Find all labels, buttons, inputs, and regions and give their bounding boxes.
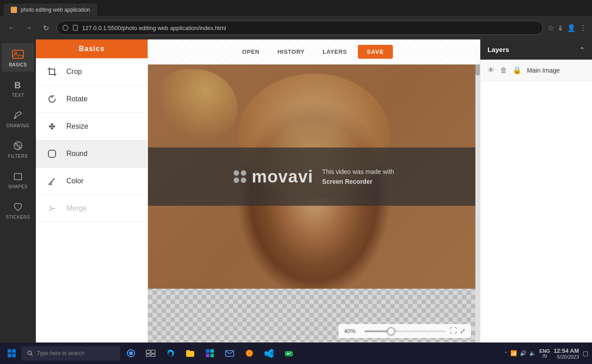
merge-label: Merge: [66, 204, 87, 212]
svg-text:B: B: [14, 80, 21, 90]
svg-rect-32: [287, 353, 289, 354]
bookmark-icon[interactable]: ☆: [548, 24, 554, 32]
fullscreen-icon[interactable]: ⛶: [450, 327, 457, 335]
taskbar-app-taskview[interactable]: [142, 344, 160, 362]
resize-label: Resize: [66, 122, 88, 130]
taskbar-app-vscode[interactable]: [260, 344, 278, 362]
tool-color[interactable]: Color: [36, 168, 148, 195]
refresh-button[interactable]: ↻: [39, 22, 52, 34]
trash-icon[interactable]: 🗑: [500, 66, 507, 74]
color-icon: [47, 176, 57, 186]
layers-chevron-icon[interactable]: ⌃: [579, 46, 585, 53]
zoom-icons: ⛶ ⤢: [450, 327, 466, 335]
sidebar-item-drawing[interactable]: DRAWING: [2, 104, 34, 133]
image-canvas: movavi This video was made with Screen R…: [148, 65, 480, 289]
layers-title: Layers: [488, 46, 509, 53]
taskbar-app-firefox[interactable]: [240, 344, 258, 362]
zoom-slider[interactable]: [365, 330, 445, 332]
filters-icon: [12, 139, 24, 152]
clock-time: 12:54 AM: [553, 347, 579, 354]
crop-icon: [47, 66, 57, 77]
taskbar-app-store[interactable]: [201, 344, 219, 362]
back-button[interactable]: ←: [5, 22, 18, 34]
page-icon: [72, 25, 78, 31]
svg-point-33: [290, 352, 291, 353]
tool-resize[interactable]: Resize: [36, 113, 148, 140]
tab-favicon: [11, 7, 17, 13]
search-placeholder: Type here to search: [37, 350, 84, 356]
system-tray: ⌃ 📶 🔊 🔈: [504, 350, 536, 356]
sidebar-item-filters[interactable]: FILTERS: [2, 134, 34, 163]
tool-merge: Merge: [36, 195, 148, 222]
sidebar-item-shapes[interactable]: SHAPES: [2, 165, 34, 194]
text-icon: B: [12, 78, 24, 91]
svg-rect-13: [8, 354, 11, 357]
taskbar-app-cortana[interactable]: [122, 344, 140, 362]
tool-rotate[interactable]: Rotate: [36, 86, 148, 113]
expand-icon[interactable]: ⤢: [460, 327, 466, 335]
layer-name: Main Image: [527, 67, 560, 74]
cortana-icon: [126, 348, 136, 359]
scrollbar[interactable]: [475, 39, 480, 342]
eye-icon[interactable]: 👁: [488, 66, 495, 74]
merge-icon: [47, 203, 57, 214]
svg-point-34: [289, 353, 290, 354]
filters-label: FILTERS: [8, 154, 28, 159]
zoom-bar: 40% ⛶ ⤢: [339, 324, 471, 338]
tab-title: photo editing web application: [21, 7, 90, 13]
windows-icon: [7, 348, 17, 358]
url-text: 127.0.0.1:5500/photo editing web applica…: [82, 25, 226, 31]
svg-rect-21: [151, 354, 155, 356]
color-label: Color: [66, 177, 83, 185]
basics-label: BASICS: [9, 62, 27, 67]
zoom-slider-thumb[interactable]: [387, 327, 395, 335]
lock-icon[interactable]: 🔒: [513, 66, 522, 74]
taskbar-app-mail[interactable]: [221, 344, 239, 362]
svg-rect-20: [146, 354, 150, 356]
taskbar-app-game[interactable]: [280, 344, 298, 362]
tool-round[interactable]: Round: [36, 140, 148, 168]
movavi-brand-text: movavi: [252, 167, 313, 186]
chevron-up-icon[interactable]: ⌃: [504, 351, 508, 356]
show-desktop-icon[interactable]: ▢: [583, 350, 588, 357]
taskbar-search-box[interactable]: Type here to search: [22, 346, 120, 360]
resize-icon: [47, 121, 57, 132]
layer-item-main[interactable]: 👁 🗑 🔒 Main Image: [480, 60, 592, 81]
svg-rect-22: [206, 349, 209, 353]
svg-point-0: [63, 25, 68, 30]
sidebar-item-stickers[interactable]: STICKERS: [2, 195, 34, 224]
address-bar[interactable]: 127.0.0.1:5500/photo editing web applica…: [57, 21, 543, 35]
canvas-toolbar: OPEN HISTORY LAYERS SAVE: [148, 39, 480, 65]
layers-button[interactable]: LAYERS: [315, 45, 354, 59]
network-icon[interactable]: 📶: [510, 350, 517, 356]
clock-date: 5/20/2023: [553, 354, 579, 360]
browser-tab[interactable]: photo editing web application: [4, 4, 97, 16]
forward-button[interactable]: →: [22, 22, 35, 34]
shapes-icon: [12, 170, 24, 182]
layers-header: Layers ⌃: [480, 39, 592, 60]
profile-icon[interactable]: 👤: [567, 24, 576, 32]
svg-point-29: [248, 352, 251, 355]
save-button[interactable]: SAVE: [358, 45, 393, 59]
zoom-slider-fill: [365, 330, 389, 332]
sidebar-item-basics[interactable]: BASICS: [2, 43, 34, 72]
taskbar-app-explorer[interactable]: [181, 344, 199, 362]
taskbar-app-edge[interactable]: [161, 344, 179, 362]
taskbar-clock[interactable]: 12:54 AM 5/20/2023: [553, 347, 579, 360]
history-button[interactable]: HISTORY: [270, 45, 312, 59]
svg-rect-18: [146, 350, 150, 353]
volume-icon[interactable]: 🔊: [520, 350, 527, 356]
drawing-icon: [12, 109, 24, 121]
svg-rect-11: [8, 349, 11, 353]
start-button[interactable]: [4, 345, 20, 361]
edge-icon: [165, 348, 176, 359]
menu-icon[interactable]: ⋮: [579, 24, 587, 32]
tool-crop[interactable]: Crop: [36, 58, 148, 86]
sidebar-item-text[interactable]: B TEXT: [2, 74, 34, 102]
download-icon[interactable]: ⇓: [557, 24, 563, 32]
svg-rect-9: [48, 150, 56, 157]
vscode-icon: [264, 348, 274, 359]
speaker-icon[interactable]: 🔈: [529, 350, 536, 356]
open-button[interactable]: OPEN: [235, 45, 267, 59]
svg-rect-19: [151, 350, 155, 353]
